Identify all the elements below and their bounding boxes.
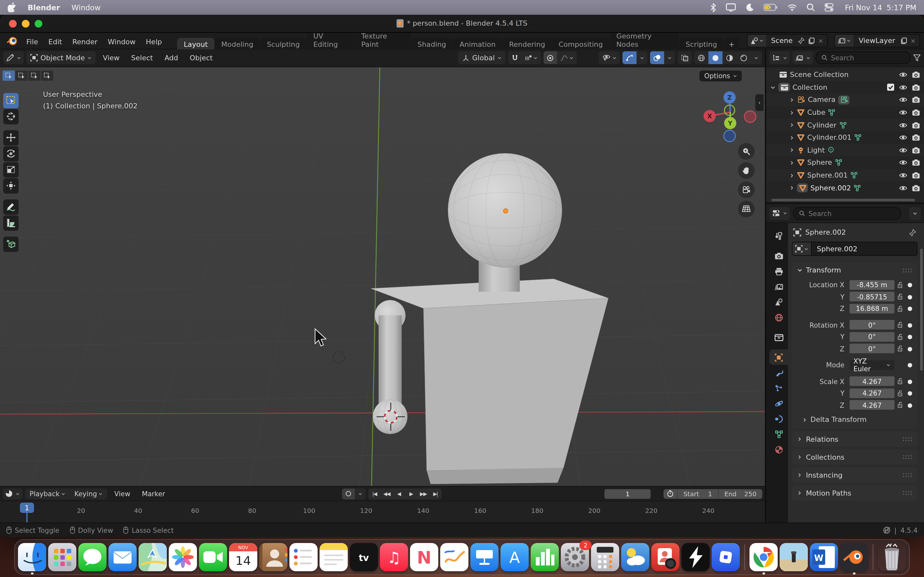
options-button[interactable]: Options [700, 71, 742, 81]
outliner-row-scene-collection[interactable]: Scene Collection [766, 69, 924, 81]
outliner-search-input[interactable]: Search [816, 51, 911, 64]
snap-toggle[interactable] [508, 52, 522, 64]
dock-finder-icon[interactable] [18, 543, 46, 571]
hide-eye-icon[interactable] [899, 147, 907, 154]
remove-viewlayer-icon[interactable] [911, 38, 916, 43]
outliner-editor-type-button[interactable] [769, 51, 790, 64]
new-scene-icon[interactable] [808, 37, 815, 44]
collapse-chevron-icon[interactable] [770, 85, 776, 90]
properties-tab-particles[interactable] [769, 380, 788, 396]
control-center-icon[interactable] [824, 3, 833, 11]
outliner-item-label[interactable]: Cube [807, 108, 825, 117]
dock-calculator-icon[interactable] [591, 543, 619, 571]
animate-dot-icon[interactable]: ● [906, 402, 914, 408]
expand-chevron-icon[interactable] [789, 185, 795, 190]
blender-logo-icon[interactable] [6, 36, 17, 45]
properties-tab-world[interactable] [769, 309, 788, 325]
outliner-item-label[interactable]: Cylinder [807, 121, 837, 129]
breadcrumb-object-name[interactable]: Sphere.002 [805, 228, 846, 237]
delta-transform-toggle[interactable]: Delta Transform [796, 412, 914, 424]
transform-panel-header[interactable]: Transform [796, 265, 914, 279]
outliner-scrollbar[interactable] [771, 199, 915, 201]
outliner-row-sphere[interactable]: Sphere [766, 156, 924, 169]
dock-launchpad-icon[interactable] [48, 543, 76, 571]
properties-options-button[interactable] [909, 207, 921, 219]
dock-music-icon[interactable]: ♫ [380, 543, 408, 571]
topbar-menu-edit[interactable]: Edit [43, 36, 67, 48]
expand-chevron-icon[interactable] [789, 148, 795, 153]
mode-selector[interactable]: Object Mode [26, 52, 96, 64]
apple-menu-icon[interactable] [8, 3, 16, 12]
wifi-icon[interactable] [787, 3, 796, 11]
next-keyframe-button[interactable]: ▶▶ [417, 488, 429, 499]
dock-blue-square-app-icon[interactable] [712, 543, 740, 571]
scene-selector[interactable]: Scene [746, 34, 828, 47]
properties-tab-render[interactable] [769, 248, 788, 263]
play-button[interactable]: ▶ [405, 488, 417, 499]
current-frame-indicator[interactable]: 1 [20, 503, 34, 513]
camera-data-icon[interactable] [838, 95, 850, 105]
expand-chevron-icon[interactable] [789, 110, 795, 115]
jump-to-end-button[interactable]: ▶| [429, 488, 441, 499]
timeline-menu-keying[interactable]: Keying [70, 488, 107, 499]
dock-apple-tv-icon[interactable]: tv [350, 543, 378, 571]
workspace-tab-texture-paint[interactable]: Texture Paint [355, 29, 410, 52]
viewport-menu-select[interactable]: Select [127, 54, 158, 62]
tool-scale[interactable] [3, 162, 19, 177]
outliner-item-label[interactable]: Cylinder.001 [807, 134, 851, 142]
workspace-tab-geometry-nodes[interactable]: Geometry Nodes [610, 29, 678, 52]
dock-trash-icon[interactable] [878, 543, 906, 571]
dock-calendar-icon[interactable]: NOV14 [229, 543, 257, 571]
lock-icon[interactable] [895, 333, 906, 340]
material-preview-button[interactable] [722, 52, 737, 64]
timeline-ruler[interactable]: 1 20406080100120140160180200220240 [0, 501, 765, 522]
properties-tab-view-layer[interactable] [769, 279, 788, 294]
dock-minimized-window-icon[interactable] [780, 543, 808, 571]
timeline-editor-type-button[interactable] [3, 488, 23, 499]
workspace-tab-uv-editing[interactable]: UV Editing [307, 29, 354, 52]
object-name-value[interactable]: Sphere.002 [812, 245, 863, 253]
menubar-window-menu[interactable]: Window [71, 3, 101, 12]
properties-editor-type-button[interactable] [769, 207, 790, 219]
outliner-display-mode-button[interactable] [792, 51, 813, 64]
animate-dot-icon[interactable]: ● [906, 345, 914, 351]
animate-dot-icon[interactable]: ● [906, 305, 914, 311]
mesh-data-icon[interactable] [854, 184, 861, 191]
viewport-menu-view[interactable]: View [99, 54, 124, 62]
dock-contacts-icon[interactable] [259, 543, 288, 571]
outliner-row-cube[interactable]: Cube [766, 106, 924, 119]
properties-tab-constraints[interactable] [769, 411, 788, 426]
minimize-button[interactable] [22, 19, 29, 27]
outliner-row-cylinder-001[interactable]: Cylinder.001 [766, 131, 924, 144]
window-titlebar[interactable]: * person.blend - Blender 4.5.4 LTS [0, 15, 924, 33]
viewport-menu-add[interactable]: Add [160, 54, 183, 62]
dock-reminders-icon[interactable] [289, 543, 318, 571]
current-frame-field[interactable]: 1 [604, 489, 651, 498]
properties-tab-output[interactable] [769, 263, 788, 279]
zoom-button[interactable] [35, 19, 42, 27]
disable-render-camera-icon[interactable] [912, 121, 920, 129]
panel-grip-icon[interactable] [902, 437, 913, 442]
rendered-shading-button[interactable] [737, 52, 751, 64]
gizmo-settings[interactable] [636, 52, 648, 64]
tool-annotate[interactable] [3, 199, 19, 215]
disable-render-camera-icon[interactable] [912, 84, 920, 91]
panel-relations[interactable]: Relations [792, 432, 918, 447]
outliner-item-label[interactable]: Collection [792, 83, 827, 92]
end-frame-field[interactable]: End250 [718, 489, 762, 498]
mesh-data-icon[interactable] [854, 134, 862, 141]
disable-render-camera-icon[interactable] [912, 134, 920, 141]
expand-chevron-icon[interactable] [789, 160, 795, 165]
disable-render-camera-icon[interactable] [912, 172, 920, 179]
lock-icon[interactable] [895, 305, 906, 312]
properties-tab-collection[interactable] [769, 330, 788, 345]
zoom-button[interactable] [738, 143, 754, 160]
display-mirroring-icon[interactable] [725, 3, 736, 11]
outliner-row-camera[interactable]: Camera [766, 93, 924, 106]
value-field[interactable]: 4.267 [850, 388, 895, 398]
tool-transform[interactable] [3, 178, 19, 193]
xray-toggle[interactable] [678, 52, 692, 64]
outliner-row-collection[interactable]: Collection [766, 81, 924, 93]
value-field[interactable]: -0.85715 [850, 292, 895, 301]
bluetooth-icon[interactable] [710, 3, 716, 12]
